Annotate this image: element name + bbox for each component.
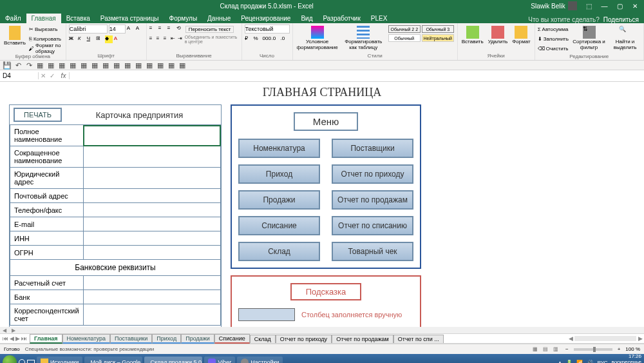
sheet-tab-nomenclature[interactable]: Номенклатура [62, 334, 110, 344]
style-normal[interactable]: Обычный [388, 34, 421, 42]
font-name-select[interactable] [69, 25, 108, 34]
qat-item[interactable]: ▦ [167, 61, 176, 70]
qat-item[interactable]: ▦ [79, 61, 88, 70]
qat-item[interactable]: ▦ [123, 61, 132, 70]
view-normal-icon[interactable]: ▦ [531, 346, 540, 352]
cell-account[interactable] [83, 276, 220, 290]
cell-post-addr[interactable] [83, 189, 220, 203]
ribbon-options-icon[interactable]: ⬚ [582, 3, 596, 10]
maximize-icon[interactable]: ▢ [613, 3, 627, 10]
taskbar-search-icon[interactable] [19, 359, 25, 363]
qat-item[interactable]: ▦ [46, 61, 55, 70]
wrap-text-button[interactable]: Переносить текст [185, 26, 234, 33]
menu-writeoff[interactable]: Списание [238, 216, 320, 235]
sort-filter-button[interactable]: ⇅Сортировка и фильтр [571, 25, 607, 52]
sheet-nav-last-icon[interactable]: ⏭ [21, 335, 27, 342]
task-item-settings[interactable]: Настройки [237, 357, 283, 363]
format-as-table-button[interactable]: Форматировать как таблицу [341, 25, 386, 52]
menu-income[interactable]: Приход [238, 164, 320, 184]
cell-bank[interactable] [83, 290, 220, 304]
task-item-chrome[interactable]: Мой диск – Google ... [84, 357, 142, 363]
sheet-tab-income[interactable]: Приход [152, 334, 181, 344]
qat-item[interactable]: ▦ [134, 61, 143, 70]
tell-me[interactable]: Что вы хотите сделать? [528, 16, 600, 23]
style-normal3[interactable]: Обычный 3 [422, 25, 454, 33]
sheet-tab-writeoff[interactable]: Списание [214, 334, 250, 344]
qat-save-icon[interactable]: 💾 [3, 61, 12, 70]
tab-insert[interactable]: Вставка [61, 14, 95, 23]
qat-item[interactable]: ▦ [68, 61, 77, 70]
menu-writeoff-report[interactable]: Отчет по списанию [332, 216, 413, 235]
tab-home[interactable]: Главная [26, 14, 61, 23]
start-button[interactable] [3, 355, 17, 363]
orientation-icon[interactable]: ⟲ [176, 25, 184, 33]
sheet-tab-sales[interactable]: Продажи [181, 334, 214, 344]
worksheet[interactable]: ГЛАВНАЯ СТРАНИЦА ПЕЧАТЬ Карточка предпри… [0, 82, 644, 327]
menu-sales-report[interactable]: Отчет по продажам [332, 190, 413, 210]
copy-button[interactable]: ⎘ Копировать [29, 34, 63, 43]
indent-dec-icon[interactable]: ⇤ [171, 35, 176, 43]
scroll-right-icon[interactable]: ▶ [9, 328, 18, 333]
task-item-excel[interactable]: Склад продажи 5.0.... [144, 357, 202, 363]
align-center-icon[interactable]: ≡ [156, 35, 162, 43]
scroll-left-icon[interactable]: ◀ [0, 328, 9, 333]
menu-warehouse[interactable]: Склад [238, 242, 320, 261]
zoom-slider[interactable] [574, 348, 612, 351]
tray-icon[interactable]: ▲ [558, 360, 563, 364]
indent-inc-icon[interactable]: ⇥ [178, 35, 184, 43]
view-page-icon[interactable]: ▤ [541, 346, 550, 352]
font-color-icon[interactable]: A [114, 35, 122, 43]
currency-icon[interactable]: ₽ [245, 35, 252, 43]
zoom-out-icon[interactable]: − [565, 346, 569, 352]
cell-corr-account[interactable] [83, 304, 220, 326]
bold-icon[interactable]: Ж [69, 35, 77, 43]
tab-review[interactable]: Рецензирование [236, 14, 296, 23]
comma-icon[interactable]: 000 [263, 35, 270, 43]
print-button[interactable]: ПЕЧАТЬ [14, 108, 62, 122]
align-right-icon[interactable]: ≡ [164, 35, 169, 43]
align-bottom-icon[interactable]: ≡ [167, 25, 175, 33]
menu-sales[interactable]: Продажи [238, 190, 320, 210]
task-item-viber[interactable]: Viber [204, 357, 235, 363]
percent-icon[interactable]: % [254, 35, 261, 43]
tray-icon[interactable]: 🔊 [587, 360, 593, 364]
align-middle-icon[interactable]: ≡ [158, 25, 166, 33]
autosum-button[interactable]: Σ Автосумма [538, 25, 569, 34]
sheet-tab-suppliers[interactable]: Поставщики [110, 334, 152, 344]
cancel-icon[interactable]: ✕ [39, 72, 48, 79]
hscroll-left-icon[interactable]: ◀ [567, 335, 574, 342]
tab-developer[interactable]: Разработчик [318, 14, 366, 23]
sheet-nav-prev-icon[interactable]: ◀ [10, 335, 14, 342]
inc-decimal-icon[interactable]: .0 [272, 35, 279, 43]
sheet-nav-first-icon[interactable]: ⏮ [3, 335, 8, 342]
clear-button[interactable]: ⌫ Очистить [538, 44, 569, 53]
find-select-button[interactable]: 🔍Найти и выделить [609, 25, 641, 52]
sheet-tab-income-report[interactable]: Отчет по приходу [276, 335, 332, 343]
sheet-tab-writeoff-report[interactable]: Отчет по спи ... [393, 335, 444, 343]
increase-font-icon[interactable]: A [127, 25, 135, 33]
tray-clock[interactable]: 17:26 воскресенье 22.01.2023 [612, 354, 642, 363]
align-left-icon[interactable]: ≡ [149, 35, 155, 43]
user-account[interactable]: Slawik Belik [531, 1, 576, 10]
cell-legal-addr[interactable] [83, 168, 220, 189]
menu-receipt[interactable]: Товарный чек [332, 242, 413, 261]
qat-item[interactable]: ▦ [145, 61, 154, 70]
hscroll-right-icon[interactable]: ▶ [636, 335, 644, 342]
conditional-format-button[interactable]: Условное форматирование [296, 25, 339, 52]
fx-button[interactable]: fx [58, 72, 70, 79]
paste-button[interactable]: Вставить [3, 25, 27, 48]
style-normal22[interactable]: Обычный 2 2 [388, 25, 421, 33]
underline-icon[interactable]: Ч [87, 35, 95, 43]
qat-item[interactable]: ▦ [178, 61, 187, 70]
cell-inn[interactable] [83, 231, 220, 246]
cell-fullname[interactable] [83, 125, 220, 146]
tab-data[interactable]: Данные [202, 14, 236, 23]
cell-ogrn[interactable] [83, 246, 220, 260]
decrease-font-icon[interactable]: A [136, 25, 144, 33]
close-icon[interactable]: ✕ [629, 3, 641, 10]
tab-view[interactable]: Вид [296, 14, 317, 23]
font-size-select[interactable] [109, 25, 126, 34]
minimize-icon[interactable]: — [597, 3, 611, 10]
tab-plex[interactable]: PLEX [366, 14, 393, 23]
menu-suppliers[interactable]: Поставщики [332, 139, 413, 158]
